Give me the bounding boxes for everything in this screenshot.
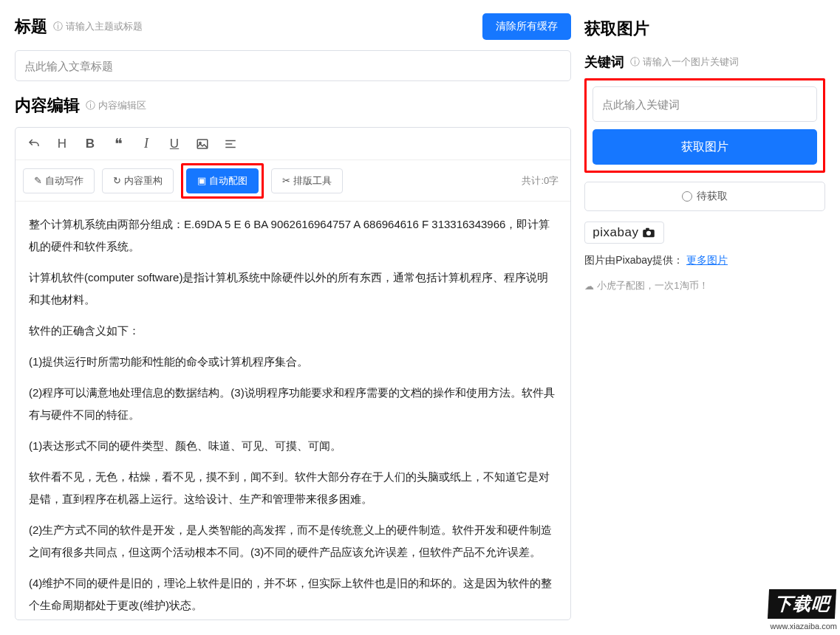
pending-button[interactable]: 待获取 — [584, 182, 825, 211]
keyword-label: 关键词 — [584, 53, 624, 71]
editor-paragraph: 软件的正确含义如下： — [29, 320, 557, 342]
side-title: 获取图片 — [584, 18, 825, 40]
info-icon: ⓘ — [86, 100, 98, 111]
editor-paragraph: 整个计算机系统由两部分组成：E.69DA 5 E 6 BA 9062616964… — [29, 213, 557, 258]
image-small-icon: ▣ — [197, 175, 206, 186]
action-toolbar: ✎ 自动写作 ↻ 内容重构 ▣ 自动配图 ✂ 排版工具 共计:0字 — [16, 160, 570, 202]
side-column: 获取图片 关键词 ⓘ 请输入一个图片关键词 获取图片 待获取 pixabay 图… — [584, 13, 825, 620]
keyword-header: 关键词 ⓘ 请输入一个图片关键词 — [584, 53, 825, 71]
fetch-image-button[interactable]: 获取图片 — [593, 129, 817, 165]
keyword-hint: ⓘ 请输入一个图片关键词 — [630, 55, 739, 69]
undo-icon[interactable] — [23, 133, 45, 155]
camera-icon — [641, 227, 656, 238]
cloud-icon: ☁ — [584, 281, 594, 292]
pixabay-badge: pixabay — [584, 222, 664, 244]
tip-line: ☁ 小虎子配图，一次1淘币！ — [584, 279, 825, 292]
watermark-text: 下载吧 — [768, 589, 836, 619]
image-source-line: 图片由Pixabay提供： 更多图片 — [584, 254, 825, 267]
title-label: 标题 — [15, 16, 47, 38]
format-toolbar: H B ❝ I U — [16, 128, 570, 160]
main-column: 标题 ⓘ 请输入主题或标题 清除所有缓存 内容编辑 ⓘ 内容编辑区 H B ❝ … — [15, 13, 571, 620]
word-count: 共计:0字 — [522, 174, 563, 188]
info-icon: ⓘ — [630, 56, 643, 67]
image-icon[interactable] — [191, 133, 214, 155]
tool-icon: ✂ — [282, 175, 290, 186]
title-hint: ⓘ 请输入主题或标题 — [53, 20, 143, 33]
bold-icon[interactable]: B — [79, 133, 101, 155]
italic-icon[interactable]: I — [135, 133, 157, 155]
heading-icon[interactable]: H — [51, 133, 73, 155]
editor-paragraph: 计算机软件(computer software)是指计算机系统中除硬件以外的所有… — [29, 267, 557, 311]
editor-paragraph: (2)程序可以满意地处理信息的数据结构。(3)说明程序功能要求和程序需要的文档的… — [29, 382, 557, 426]
auto-image-button[interactable]: ▣ 自动配图 — [186, 168, 259, 193]
svg-point-6 — [646, 231, 651, 236]
circle-icon — [682, 191, 692, 202]
info-icon: ⓘ — [53, 21, 66, 32]
editor-paragraph: (4)维护不同的硬件是旧的，理论上软件是旧的，并不坏，但实际上软件也是旧的和坏的… — [29, 572, 557, 617]
pencil-icon: ✎ — [34, 175, 42, 186]
svg-rect-7 — [646, 228, 650, 230]
editor-paragraph: (1)提供运行时所需功能和性能的命令或计算机程序集合。 — [29, 351, 557, 373]
watermark-url: www.xiazaiba.com — [771, 622, 837, 631]
more-images-link[interactable]: 更多图片 — [686, 254, 728, 266]
editor-paragraph: (1)表达形式不同的硬件类型、颜色、味道、可见、可摸、可闻。 — [29, 435, 557, 457]
keyword-highlight-box: 获取图片 — [584, 78, 825, 173]
content-hint: ⓘ 内容编辑区 — [86, 99, 146, 112]
quote-icon[interactable]: ❝ — [107, 133, 129, 155]
content-label: 内容编辑 — [15, 95, 80, 117]
auto-write-button[interactable]: ✎ 自动写作 — [23, 168, 95, 193]
keyword-input[interactable] — [593, 86, 817, 122]
layout-tool-button[interactable]: ✂ 排版工具 — [271, 168, 343, 193]
align-left-icon[interactable] — [219, 133, 242, 155]
editor-content[interactable]: 整个计算机系统由两部分组成：E.69DA 5 E 6 BA 9062616964… — [16, 202, 570, 619]
editor-paragraph: 软件看不见，无色，枯燥，看不见，摸不到，闻不到。软件大部分存在于人们的头脑或纸上… — [29, 466, 557, 510]
title-section-header: 标题 ⓘ 请输入主题或标题 清除所有缓存 — [15, 13, 571, 40]
article-title-input[interactable] — [15, 50, 571, 81]
clear-cache-button[interactable]: 清除所有缓存 — [482, 13, 571, 40]
editor-paragraph: (2)生产方式不同的软件是开发，是人类智能的高发挥，而不是传统意义上的硬件制造。… — [29, 519, 557, 563]
editor-box: H B ❝ I U ✎ 自动写作 ↻ 内容 — [15, 127, 571, 620]
restructure-button[interactable]: ↻ 内容重构 — [102, 168, 174, 193]
watermark: 下载吧 www.xiazaiba.com — [731, 580, 840, 631]
underline-icon[interactable]: U — [163, 133, 185, 155]
highlight-box: ▣ 自动配图 — [181, 163, 264, 199]
content-section-header: 内容编辑 ⓘ 内容编辑区 — [15, 95, 571, 117]
refresh-icon: ↻ — [113, 175, 121, 186]
